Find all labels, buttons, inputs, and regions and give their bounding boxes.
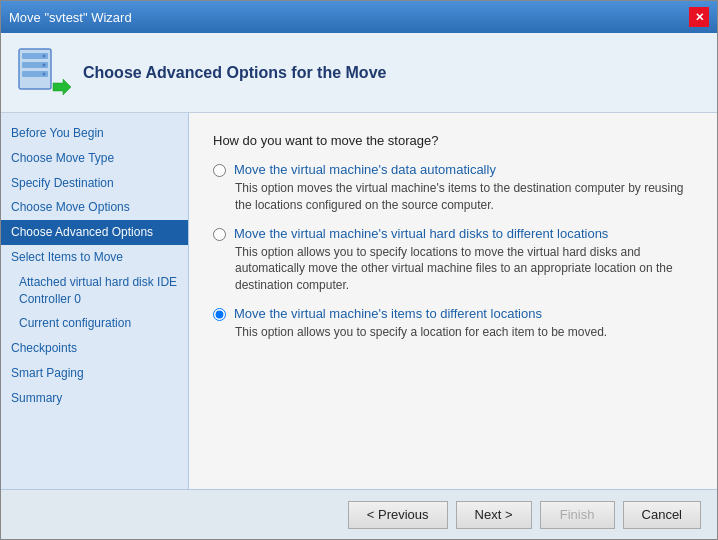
- next-button[interactable]: Next >: [456, 501, 532, 529]
- radio-desc-auto: This option moves the virtual machine's …: [235, 180, 693, 214]
- svg-point-4: [43, 54, 46, 57]
- sidebar-item-current-configuration[interactable]: Current configuration: [1, 311, 188, 336]
- finish-button[interactable]: Finish: [540, 501, 615, 529]
- sidebar-item-choose-advanced-options[interactable]: Choose Advanced Options: [1, 220, 188, 245]
- sidebar-item-choose-move-type[interactable]: Choose Move Type: [1, 146, 188, 171]
- radio-label-vhd-different[interactable]: Move the virtual machine's virtual hard …: [234, 226, 608, 241]
- radio-input-items-different[interactable]: [213, 308, 226, 321]
- wizard-window: Move "svtest" Wizard ✕ Choose Advanced O…: [0, 0, 718, 540]
- radio-label-items-different[interactable]: Move the virtual machine's items to diff…: [234, 306, 542, 321]
- svg-marker-7: [53, 79, 71, 95]
- sidebar-item-specify-destination[interactable]: Specify Destination: [1, 171, 188, 196]
- close-button[interactable]: ✕: [689, 7, 709, 27]
- radio-input-auto[interactable]: [213, 164, 226, 177]
- sidebar-item-attached-vhd[interactable]: Attached virtual hard disk IDE Controlle…: [1, 270, 188, 312]
- radio-label-auto[interactable]: Move the virtual machine's data automati…: [234, 162, 496, 177]
- svg-point-5: [43, 63, 46, 66]
- header-title: Choose Advanced Options for the Move: [83, 64, 386, 82]
- svg-point-6: [43, 72, 46, 75]
- radio-group: Move the virtual machine's data automati…: [213, 162, 693, 341]
- sidebar-item-choose-move-options[interactable]: Choose Move Options: [1, 195, 188, 220]
- question-label: How do you want to move the storage?: [213, 133, 693, 148]
- sidebar-item-select-items-to-move[interactable]: Select Items to Move: [1, 245, 188, 270]
- radio-option-items-different: Move the virtual machine's items to diff…: [213, 306, 693, 341]
- radio-option-vhd-different: Move the virtual machine's virtual hard …: [213, 226, 693, 294]
- sidebar-item-before-you-begin[interactable]: Before You Begin: [1, 121, 188, 146]
- previous-button[interactable]: < Previous: [348, 501, 448, 529]
- radio-input-vhd-different[interactable]: [213, 228, 226, 241]
- content-area: Before You BeginChoose Move TypeSpecify …: [1, 113, 717, 489]
- cancel-button[interactable]: Cancel: [623, 501, 701, 529]
- header-area: Choose Advanced Options for the Move: [1, 33, 717, 113]
- radio-desc-vhd-different: This option allows you to specify locati…: [235, 244, 693, 294]
- title-bar: Move "svtest" Wizard ✕: [1, 1, 717, 33]
- header-icon-container: [17, 47, 69, 99]
- footer: < Previous Next > Finish Cancel: [1, 489, 717, 539]
- sidebar-item-checkpoints[interactable]: Checkpoints: [1, 336, 188, 361]
- sidebar-item-smart-paging[interactable]: Smart Paging: [1, 361, 188, 386]
- move-arrow-icon: [49, 75, 73, 99]
- window-title: Move "svtest" Wizard: [9, 10, 132, 25]
- radio-desc-items-different: This option allows you to specify a loca…: [235, 324, 693, 341]
- sidebar-item-summary[interactable]: Summary: [1, 386, 188, 411]
- server-icon: [17, 47, 53, 91]
- main-content: How do you want to move the storage? Mov…: [189, 113, 717, 489]
- radio-option-auto: Move the virtual machine's data automati…: [213, 162, 693, 214]
- sidebar: Before You BeginChoose Move TypeSpecify …: [1, 113, 189, 489]
